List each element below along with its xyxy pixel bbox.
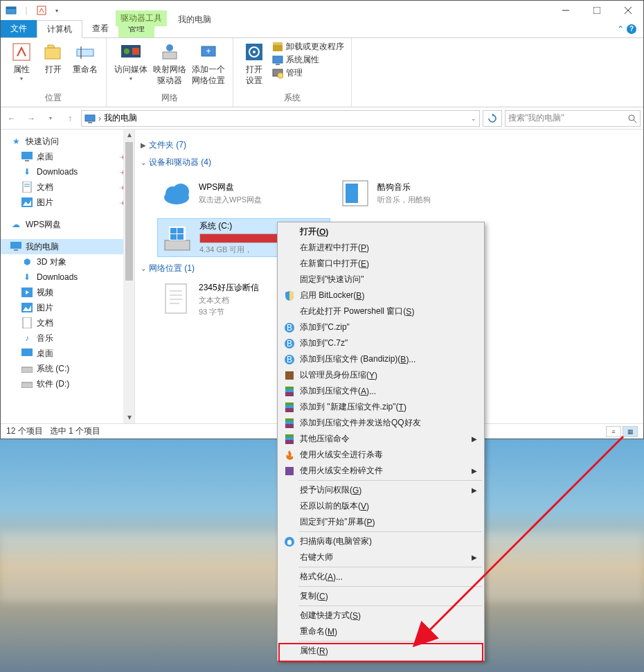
svg-rect-35 xyxy=(23,182,31,193)
add-network-location-button[interactable]: +添加一个网络位置 xyxy=(191,41,226,86)
forward-button[interactable]: → xyxy=(23,110,39,127)
menu-item[interactable]: 打开(O) xyxy=(279,224,483,240)
sidebar-drive-c[interactable]: 系统 (C:) xyxy=(1,361,134,376)
open-settings-button[interactable]: 打开设置 xyxy=(240,41,268,86)
menu-item[interactable]: 在此处打开 Powershell 窗口(S) xyxy=(279,303,483,319)
menu-separator xyxy=(298,531,482,532)
sidebar-documents2[interactable]: 文档 xyxy=(1,315,134,330)
menu-item[interactable]: 使用火绒安全粉碎文件▶ xyxy=(279,463,483,479)
menu-item[interactable]: 属性(R) xyxy=(279,643,483,659)
sidebar-downloads[interactable]: ⬇Downloads📌 xyxy=(1,164,134,179)
menu-item[interactable]: 添加到压缩文件并发送给QQ好友 xyxy=(279,415,483,431)
help-icon[interactable]: ? xyxy=(627,24,636,34)
manage-button[interactable]: 管理 xyxy=(272,67,344,79)
devices-section[interactable]: ⌄设备和驱动器 (4) xyxy=(141,157,638,168)
menu-item[interactable]: 创建快捷方式(S) xyxy=(279,608,483,624)
refresh-button[interactable] xyxy=(483,110,502,127)
sidebar-music[interactable]: ♪音乐 xyxy=(1,330,134,346)
menu-item[interactable]: 复制(C) xyxy=(279,588,483,604)
menu-item[interactable]: B添加到"C.zip" xyxy=(279,319,483,335)
rename-button[interactable]: 重命名 xyxy=(71,41,99,74)
sidebar-scrollbar[interactable]: ▴▾ xyxy=(123,130,134,423)
sidebar-this-pc[interactable]: 我的电脑 xyxy=(1,239,134,254)
svg-rect-49 xyxy=(21,382,33,388)
menu-item[interactable]: 添加到 "新建压缩文件.zip"(T) xyxy=(279,399,483,415)
computer-tab[interactable]: 计算机 xyxy=(37,20,82,38)
file-tab[interactable]: 文件 xyxy=(1,20,37,37)
view-tab[interactable]: 查看 xyxy=(82,20,118,37)
svg-rect-60 xyxy=(177,234,184,240)
properties-button[interactable]: 属性▾ xyxy=(8,41,35,82)
folders-section[interactable]: ▶文件夹 (7) xyxy=(141,139,638,151)
svg-rect-46 xyxy=(23,317,31,328)
sidebar-pictures2[interactable]: 图片 xyxy=(1,300,134,315)
svg-rect-22 xyxy=(273,44,283,51)
sidebar-desktop2[interactable]: 桌面 xyxy=(1,346,134,361)
minimize-button[interactable] xyxy=(550,1,581,20)
scrollbar-thumb[interactable] xyxy=(125,142,133,281)
menu-item[interactable]: 授予访问权限(G)▶ xyxy=(279,482,483,498)
svg-rect-23 xyxy=(273,42,283,45)
menu-separator xyxy=(298,567,482,567)
menu-item[interactable]: 还原以前的版本(V) xyxy=(279,498,483,514)
menu-item[interactable]: 格式化(A)... xyxy=(279,569,483,585)
sidebar-wps[interactable]: ☁WPS网盘 xyxy=(1,217,134,232)
video-icon xyxy=(21,287,33,298)
close-button[interactable] xyxy=(612,1,643,20)
back-button[interactable]: ← xyxy=(3,110,20,127)
sidebar-videos[interactable]: 视频 xyxy=(1,285,134,300)
search-box[interactable]: 搜索"我的电脑" xyxy=(505,110,641,127)
sidebar-quick-access[interactable]: ★快速访问 xyxy=(1,134,134,149)
menu-item[interactable]: B添加到"C.7z" xyxy=(279,335,483,351)
scroll-up-icon[interactable]: ▴ xyxy=(124,130,134,141)
status-selection: 选中 1 个项目 xyxy=(50,425,100,437)
sidebar-drive-d[interactable]: 软件 (D:) xyxy=(1,376,134,391)
document-icon xyxy=(21,182,33,193)
access-media-button[interactable]: 访问媒体▾ xyxy=(114,41,148,82)
address-dropdown-icon[interactable]: ⌄ xyxy=(471,115,476,122)
address-bar[interactable]: › 我的电脑 ⌄ xyxy=(81,110,480,127)
scroll-down-icon[interactable]: ▾ xyxy=(124,412,134,423)
sidebar-downloads2[interactable]: ⬇Downloads xyxy=(1,269,134,285)
collapse-ribbon-icon[interactable]: ⌃ xyxy=(617,24,624,34)
breadcrumb[interactable]: 我的电脑 xyxy=(104,112,137,124)
menu-item[interactable]: 固定到"开始"屏幕(P) xyxy=(279,514,483,530)
menu-item[interactable]: 在新窗口中打开(E) xyxy=(279,256,483,272)
nav-bar: ← → ▾ ↑ › 我的电脑 ⌄ 搜索"我的电脑" xyxy=(1,107,643,130)
menu-item[interactable]: 其他压缩命令▶ xyxy=(279,431,483,447)
item-wps[interactable]: WPS网盘双击进入WPS网盘 xyxy=(157,174,330,213)
menu-item[interactable]: 添加到压缩文件(A)... xyxy=(279,383,483,399)
uninstall-programs-button[interactable]: 卸载或更改程序 xyxy=(272,41,344,53)
icons-view-button[interactable]: ▦ xyxy=(623,426,638,437)
svg-rect-57 xyxy=(170,228,177,233)
menu-item[interactable]: 使用火绒安全进行杀毒 xyxy=(279,447,483,463)
map-drive-button[interactable]: 映射网络驱动器 xyxy=(152,41,187,86)
menu-item[interactable]: 右键大师▶ xyxy=(279,549,483,565)
menu-item[interactable]: 启用 BitLocker(B) xyxy=(279,288,483,303)
sidebar-documents[interactable]: 文档📌 xyxy=(1,179,134,195)
menu-item[interactable]: B添加到压缩文件 (Bandizip)(B)... xyxy=(279,351,483,367)
menu-item[interactable]: 在新进程中打开(P) xyxy=(279,240,483,256)
menu-item[interactable]: 以管理员身份压缩(Y) xyxy=(279,367,483,383)
sidebar-pictures[interactable]: 图片📌 xyxy=(1,195,134,210)
menu-item[interactable]: 扫描病毒(电脑管家) xyxy=(279,533,483,549)
system-properties-button[interactable]: 系统属性 xyxy=(272,54,344,66)
sidebar-desktop[interactable]: 桌面📌 xyxy=(1,149,134,164)
recent-dropdown[interactable]: ▾ xyxy=(42,110,59,127)
qat-properties-icon[interactable] xyxy=(35,4,48,17)
open-button[interactable]: 打开 xyxy=(39,41,67,74)
up-button[interactable]: ↑ xyxy=(62,110,78,127)
svg-text:+: + xyxy=(206,46,211,56)
svg-point-13 xyxy=(124,48,129,54)
sidebar-3d-objects[interactable]: ⬢3D 对象 xyxy=(1,254,134,269)
svg-rect-33 xyxy=(21,152,33,159)
menu-item[interactable]: 固定到"快速访问" xyxy=(279,272,483,288)
details-view-button[interactable]: ≡ xyxy=(606,426,621,437)
svg-rect-48 xyxy=(21,367,33,373)
maximize-button[interactable] xyxy=(581,1,612,20)
svg-rect-47 xyxy=(21,348,33,356)
qat-dropdown-icon[interactable]: ▾ xyxy=(51,4,63,17)
menu-item[interactable]: 重命名(M) xyxy=(279,624,483,639)
svg-rect-29 xyxy=(88,122,92,123)
item-kugou[interactable]: 酷狗音乐听音乐，用酷狗 xyxy=(336,174,509,213)
